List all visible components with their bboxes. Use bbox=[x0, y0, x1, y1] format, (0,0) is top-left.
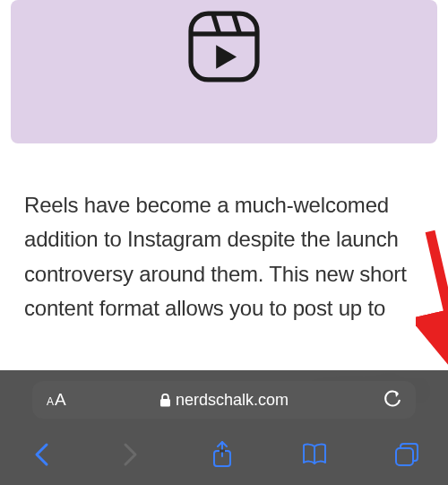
svg-rect-11 bbox=[396, 448, 413, 465]
reels-icon bbox=[185, 7, 263, 86]
reload-button[interactable] bbox=[383, 390, 401, 410]
text-size-button[interactable]: A A bbox=[47, 390, 66, 410]
svg-rect-6 bbox=[160, 399, 170, 407]
bookmarks-button[interactable] bbox=[298, 438, 331, 471]
domain-text: nerdschalk.com bbox=[176, 391, 289, 410]
page-content: Reels have become a much-welcomed additi… bbox=[0, 0, 448, 326]
browser-chrome: A A nerdschalk.com bbox=[0, 370, 448, 485]
back-button[interactable] bbox=[25, 438, 57, 471]
url-bar[interactable]: A A nerdschalk.com bbox=[32, 381, 416, 419]
text-size-large-a: A bbox=[55, 390, 66, 410]
url-bar-row: A A nerdschalk.com bbox=[0, 370, 448, 429]
url-display: nerdschalk.com bbox=[159, 391, 289, 410]
forward-button[interactable] bbox=[114, 438, 146, 471]
svg-line-3 bbox=[234, 13, 240, 34]
lock-icon bbox=[159, 394, 171, 407]
share-button[interactable] bbox=[206, 438, 238, 471]
svg-rect-0 bbox=[191, 13, 257, 80]
tabs-button[interactable] bbox=[391, 438, 423, 471]
text-size-small-a: A bbox=[47, 395, 54, 408]
article-body: Reels have become a much-welcomed additi… bbox=[11, 188, 437, 326]
bottom-toolbar bbox=[0, 429, 448, 485]
svg-line-2 bbox=[213, 13, 220, 34]
hero-card bbox=[11, 0, 437, 143]
svg-rect-9 bbox=[220, 450, 225, 453]
